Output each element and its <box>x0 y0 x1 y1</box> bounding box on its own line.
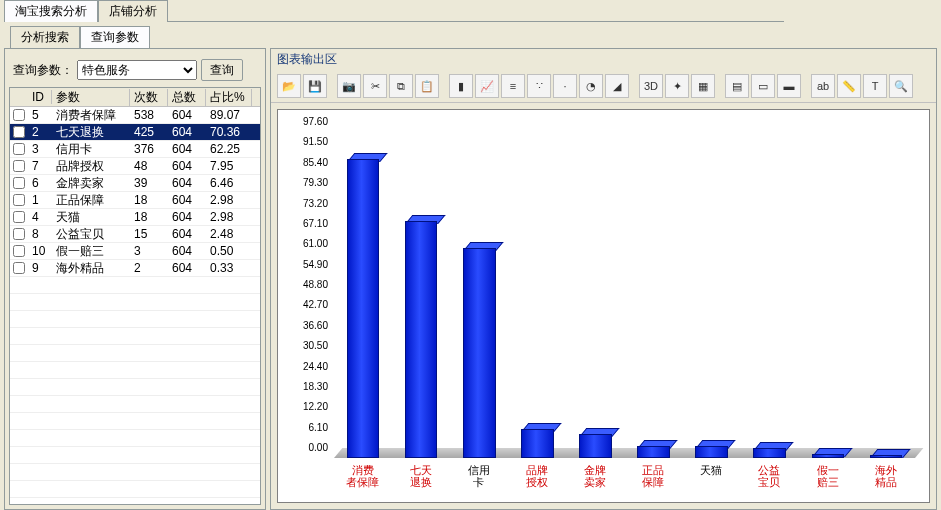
cell-count: 39 <box>130 176 168 190</box>
paste-icon[interactable]: 📋 <box>415 74 439 98</box>
zoom-icon[interactable]: 🔍 <box>889 74 913 98</box>
table-row[interactable]: 9海外精品26040.33 <box>10 260 260 277</box>
cell-param: 假一赔三 <box>52 243 130 260</box>
cell-total: 604 <box>168 142 206 156</box>
chart-line-icon[interactable]: 📈 <box>475 74 499 98</box>
cell-id: 6 <box>28 176 52 190</box>
ruler-icon[interactable]: 📏 <box>837 74 861 98</box>
cell-count: 538 <box>130 108 168 122</box>
col-total[interactable]: 总数 <box>168 89 206 106</box>
table-row[interactable]: 8公益宝贝156042.48 <box>10 226 260 243</box>
col-pct[interactable]: 占比% <box>206 89 252 106</box>
cell-pct: 6.46 <box>206 176 252 190</box>
row-checkbox[interactable] <box>13 160 25 172</box>
row-checkbox[interactable] <box>13 143 25 155</box>
cell-count: 18 <box>130 193 168 207</box>
cell-param: 海外精品 <box>52 260 130 277</box>
save-icon[interactable]: 💾 <box>303 74 327 98</box>
x-tick-label: 天猫 <box>680 458 742 476</box>
open-icon[interactable]: 📂 <box>277 74 301 98</box>
table-row[interactable]: 1正品保障186042.98 <box>10 192 260 209</box>
bar <box>347 161 380 459</box>
cell-count: 48 <box>130 159 168 173</box>
cut-icon[interactable]: ✂ <box>363 74 387 98</box>
bar <box>753 450 786 458</box>
y-tick-label: 79.30 <box>286 177 334 188</box>
bar <box>637 448 670 458</box>
tab-query-params[interactable]: 查询参数 <box>80 26 150 48</box>
row-checkbox[interactable] <box>13 177 25 189</box>
y-tick-label: 30.50 <box>286 340 334 351</box>
cell-param: 金牌卖家 <box>52 175 130 192</box>
col-id[interactable]: ID <box>28 90 52 104</box>
col-count[interactable]: 次数 <box>130 89 168 106</box>
results-table: ID 参数 次数 总数 占比% 5消费者保障53860489.072七天退换42… <box>9 87 261 505</box>
y-tick-label: 61.00 <box>286 238 334 249</box>
page-icon[interactable]: ▤ <box>725 74 749 98</box>
x-tick-label: 正品保障 <box>622 458 684 488</box>
cell-param: 公益宝贝 <box>52 226 130 243</box>
text-tool-icon[interactable]: T <box>863 74 887 98</box>
camera-icon[interactable]: 📷 <box>337 74 361 98</box>
cell-pct: 0.50 <box>206 244 252 258</box>
copy-icon[interactable]: ⧉ <box>389 74 413 98</box>
col-param[interactable]: 参数 <box>52 89 130 106</box>
cell-pct: 62.25 <box>206 142 252 156</box>
row-checkbox[interactable] <box>13 211 25 223</box>
param-label: 查询参数： <box>13 62 73 79</box>
cell-id: 9 <box>28 261 52 275</box>
table-row[interactable]: 4天猫186042.98 <box>10 209 260 226</box>
cell-param: 品牌授权 <box>52 158 130 175</box>
chart-dots-icon[interactable]: ∙ <box>553 74 577 98</box>
chart-scatter-icon[interactable]: ∵ <box>527 74 551 98</box>
cell-pct: 70.36 <box>206 125 252 139</box>
y-tick-label: 97.60 <box>286 116 334 127</box>
row-checkbox[interactable] <box>13 262 25 274</box>
tab-shop-analysis[interactable]: 店铺分析 <box>98 0 168 22</box>
chart-area-icon[interactable]: ◢ <box>605 74 629 98</box>
cell-total: 604 <box>168 244 206 258</box>
table-row[interactable]: 2七天退换42560470.36 <box>10 124 260 141</box>
query-button[interactable]: 查询 <box>201 59 243 81</box>
y-tick-label: 67.10 <box>286 217 334 228</box>
row-checkbox[interactable] <box>13 109 25 121</box>
bar <box>521 431 554 458</box>
cell-total: 604 <box>168 125 206 139</box>
grid-icon[interactable]: ▦ <box>691 74 715 98</box>
table-row[interactable]: 3信用卡37660462.25 <box>10 141 260 158</box>
x-tick-label: 公益宝贝 <box>738 458 800 488</box>
fill-icon[interactable]: ▬ <box>777 74 801 98</box>
chart-bar-icon[interactable]: ▮ <box>449 74 473 98</box>
row-checkbox[interactable] <box>13 228 25 240</box>
x-tick-label: 七天退换 <box>390 458 452 488</box>
x-tick-label: 金牌卖家 <box>564 458 626 488</box>
x-tick-label: 品牌授权 <box>506 458 568 488</box>
cell-param: 消费者保障 <box>52 107 130 124</box>
chart-hbar-icon[interactable]: ≡ <box>501 74 525 98</box>
row-checkbox[interactable] <box>13 194 25 206</box>
cell-total: 604 <box>168 227 206 241</box>
row-checkbox[interactable] <box>13 126 25 138</box>
table-row[interactable]: 5消费者保障53860489.07 <box>10 107 260 124</box>
chart-pie-icon[interactable]: ◔ <box>579 74 603 98</box>
row-checkbox[interactable] <box>13 245 25 257</box>
table-row[interactable]: 7品牌授权486047.95 <box>10 158 260 175</box>
3d-icon[interactable]: 3D <box>639 74 663 98</box>
cell-id: 5 <box>28 108 52 122</box>
rect-icon[interactable]: ▭ <box>751 74 775 98</box>
tab-taobao-search-analysis[interactable]: 淘宝搜索分析 <box>4 0 98 22</box>
ab-icon[interactable]: ab <box>811 74 835 98</box>
y-tick-label: 42.70 <box>286 299 334 310</box>
tab-analyze-search[interactable]: 分析搜索 <box>10 26 80 48</box>
bar <box>695 448 728 458</box>
axes-icon[interactable]: ✦ <box>665 74 689 98</box>
cell-param: 正品保障 <box>52 192 130 209</box>
table-row[interactable]: 6金牌卖家396046.46 <box>10 175 260 192</box>
param-combo[interactable]: 特色服务 <box>77 60 197 80</box>
cell-pct: 2.98 <box>206 210 252 224</box>
chart-panel-title: 图表输出区 <box>271 49 936 70</box>
cell-pct: 7.95 <box>206 159 252 173</box>
y-tick-label: 12.20 <box>286 401 334 412</box>
table-row[interactable]: 10假一赔三36040.50 <box>10 243 260 260</box>
cell-count: 376 <box>130 142 168 156</box>
